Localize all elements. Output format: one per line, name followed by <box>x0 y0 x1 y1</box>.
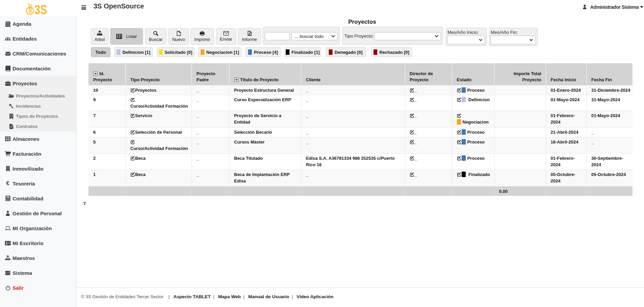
svg-text:3S: 3S <box>35 3 47 16</box>
